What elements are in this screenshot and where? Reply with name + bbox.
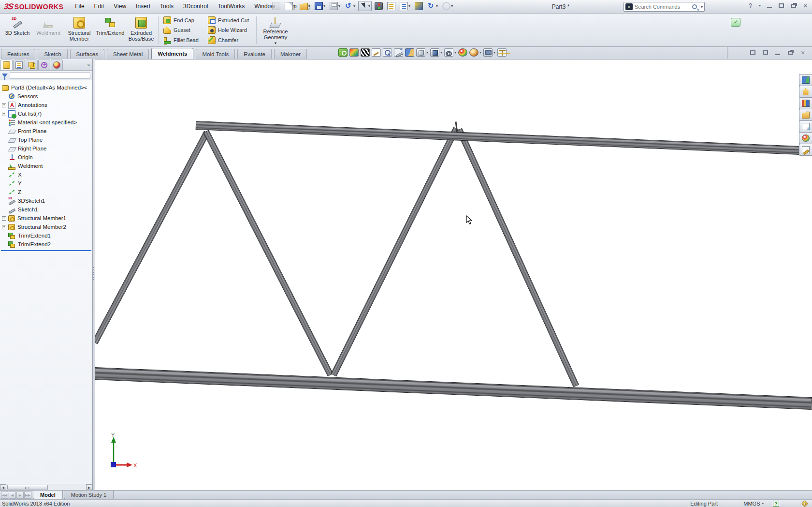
command-tab[interactable]: Surfaces	[70, 49, 104, 59]
reference-geometry-button[interactable]: Reference Geometry ▾	[259, 15, 292, 46]
tree-item[interactable]: + Top Plane	[0, 135, 92, 144]
home-icon[interactable]	[799, 86, 812, 98]
solidworks-resources-icon[interactable]	[799, 74, 812, 86]
command-tab[interactable]: Sheet Metal	[107, 49, 149, 59]
sketch-page-icon[interactable]: ▾	[372, 48, 381, 57]
status-units-selector[interactable]: MMGS ▾	[743, 501, 764, 507]
file-properties-icon[interactable]: ▾	[386, 1, 397, 11]
chevron-down-icon[interactable]: ▾	[454, 50, 456, 55]
rebuild-icon[interactable]: ▾	[373, 1, 384, 11]
doc-minimize-button[interactable]	[773, 49, 782, 56]
tab-featuremanager[interactable]	[0, 60, 13, 70]
menu-item[interactable]: Tools	[155, 0, 178, 13]
print-icon[interactable]: ▾	[328, 1, 342, 11]
diagonal-member-3[interactable]	[331, 127, 459, 376]
apply-scene-icon[interactable]: ▾	[469, 48, 481, 57]
model-tab[interactable]: Model	[33, 491, 63, 499]
tree-item[interactable]: + Y	[0, 179, 92, 188]
zoom-fit-icon[interactable]: ▾	[338, 48, 348, 57]
chevron-down-icon[interactable]: ▾	[308, 4, 310, 8]
edit-appearance-icon[interactable]: ▾	[458, 48, 467, 57]
panel-overflow-chevron[interactable]: »	[85, 60, 92, 70]
help-button[interactable]: ?	[746, 1, 755, 10]
tree-root-item[interactable]: Part3 (Default<As Machined><	[0, 83, 92, 92]
help-dropdown-icon[interactable]: ▾	[758, 1, 762, 10]
color-pen-icon[interactable]: ▾	[413, 1, 424, 11]
zoom-area-icon[interactable]: ▾	[383, 48, 392, 57]
chevron-down-icon[interactable]: ▾	[408, 4, 410, 8]
expand-toggle-icon[interactable]: +	[2, 112, 6, 116]
tree-item[interactable]: + Front Plane	[0, 127, 92, 135]
command-tab[interactable]: Evaluate	[237, 49, 272, 59]
chevron-down-icon[interactable]: ▾	[338, 4, 340, 8]
menu-item[interactable]: Insert	[131, 0, 155, 13]
hole-wizard-button[interactable]: Hole Wizard	[204, 25, 255, 35]
scrollbar-thumb[interactable]	[7, 485, 48, 490]
expand-toggle-icon[interactable]: +	[2, 225, 6, 229]
tree-item[interactable]: + Structural Member2	[0, 223, 92, 231]
scroll-right-icon[interactable]: ▶	[86, 484, 92, 490]
chevron-down-icon[interactable]: ▾	[353, 4, 355, 8]
panel-horizontal-scrollbar[interactable]: ◀ ▶	[0, 484, 92, 490]
tree-item[interactable]: + Trim/Extend2	[0, 240, 92, 249]
viewport-canvas[interactable]: Y X	[95, 59, 812, 490]
menu-item[interactable]: Edit	[89, 0, 109, 13]
chevron-down-icon[interactable]: ▾	[493, 50, 495, 55]
tab-scroll-right-icon[interactable]: ▶	[16, 492, 24, 499]
options-icon[interactable]: ▾	[398, 1, 412, 11]
filter-wand-icon[interactable]: ▾	[394, 48, 403, 57]
select-icon[interactable]: ▾	[358, 1, 372, 11]
undo-icon[interactable]: ▾	[343, 1, 357, 11]
tab-scroll-last-icon[interactable]: ▶▶	[24, 492, 31, 499]
scroll-left-icon[interactable]: ◀	[0, 484, 6, 490]
search-dropdown-icon[interactable]: ▾	[699, 5, 703, 9]
filter-funnel-icon[interactable]	[2, 74, 8, 77]
tab-displaymanager[interactable]	[51, 60, 63, 70]
restore-button[interactable]	[777, 1, 786, 10]
chamfer-button[interactable]: Chamfer	[204, 35, 255, 45]
disabled-tool-icon[interactable]: ▾	[441, 1, 454, 11]
status-help-icon[interactable]: ?	[773, 501, 779, 507]
expand-toggle-icon[interactable]: +	[2, 216, 6, 221]
tree-item[interactable]: + Z	[0, 188, 92, 196]
status-tag-icon[interactable]	[801, 500, 808, 507]
chevron-down-icon[interactable]: ▾	[293, 4, 295, 8]
tab-propertymanager[interactable]	[13, 60, 25, 70]
view-orientation-icon[interactable]: ▾	[416, 48, 428, 57]
tree-item[interactable]: + Trim/Extend1	[0, 231, 92, 240]
bottom-chord[interactable]	[95, 367, 812, 410]
tree-item[interactable]: + Weldment	[0, 162, 92, 170]
tree-item[interactable]: + Right Plane	[0, 144, 92, 153]
hide-show-items-icon[interactable]: ▾	[444, 48, 456, 57]
chevron-down-icon[interactable]: ▾	[479, 50, 481, 55]
view-palette-icon[interactable]	[799, 120, 812, 133]
view-settings-icon[interactable]: ▾	[483, 48, 495, 57]
chevron-down-icon[interactable]: ▾	[436, 4, 438, 8]
menu-item[interactable]: 3Dcontrol	[178, 0, 213, 13]
tab-dimxpertmanager[interactable]	[38, 60, 50, 70]
tab-configurationmanager[interactable]	[26, 60, 38, 70]
end-cap-button[interactable]: End Cap	[160, 15, 204, 25]
custom-properties-icon[interactable]	[799, 144, 812, 156]
appearance-swatch-icon[interactable]: ▾	[349, 48, 359, 57]
chevron-down-icon[interactable]: ▾	[426, 50, 428, 55]
tab-scroll-left-icon[interactable]: ◀	[9, 492, 16, 499]
menu-item[interactable]: View	[109, 0, 131, 13]
rollback-bar[interactable]	[1, 250, 91, 251]
chevron-down-icon[interactable]: ▾	[368, 4, 370, 8]
command-tab[interactable]: Sketch	[38, 49, 67, 59]
display-style-icon[interactable]: ▾	[430, 48, 442, 57]
model-tab[interactable]: Motion Study 1	[64, 491, 114, 499]
chevron-down-icon[interactable]: ▾	[440, 50, 442, 55]
tree-item[interactable]: + X	[0, 170, 92, 179]
zebra-stripes-icon[interactable]: ▾	[361, 48, 370, 57]
command-tab[interactable]: Weldments	[151, 48, 193, 59]
diagonal-member-left[interactable]	[95, 131, 210, 344]
3d-sketch-button[interactable]: 3D Sketch	[2, 15, 32, 46]
tree-item[interactable]: + Structural Member1	[0, 214, 92, 223]
section-view-icon[interactable]: ▾	[405, 48, 414, 57]
open-icon[interactable]: ▾	[298, 1, 312, 11]
doc-window-icon-2[interactable]	[761, 49, 769, 56]
file-explorer-icon[interactable]	[799, 109, 812, 121]
search-input[interactable]	[633, 4, 692, 10]
